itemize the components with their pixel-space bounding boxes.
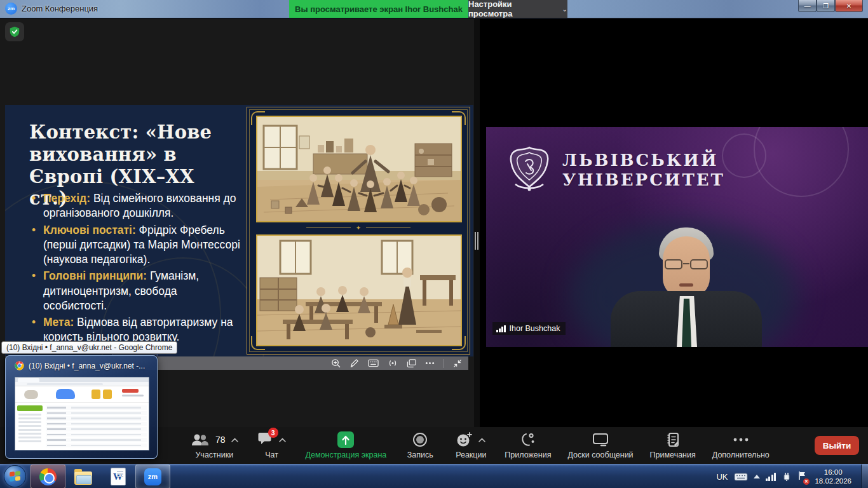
language-indicator[interactable]: UK: [716, 472, 728, 482]
preview-window-title: (10) Вхідні • f_anna_v@ukr.net -...: [29, 362, 145, 370]
view-options-dropdown[interactable]: Настройки просмотра ⌄: [468, 0, 567, 18]
thumbnail-compose-button: [17, 405, 43, 411]
university-logo: ЛЬВІВСЬКИЙ УНІВЕРСИТЕТ: [506, 145, 725, 196]
share-screen-icon: [337, 431, 354, 448]
windows-logo-icon: [10, 471, 20, 482]
view-options-label: Настройки просмотра: [468, 0, 557, 18]
keyboard-layout-icon[interactable]: [734, 472, 748, 481]
bullet-lead: Перехід:: [43, 192, 90, 205]
close-button[interactable]: ✕: [835, 0, 863, 12]
participant-name-tag: Ihor Bushchak: [492, 322, 566, 335]
slide-bullet: Ключові постаті: Фрідріх Фребель (перші …: [31, 223, 240, 268]
reactions-button[interactable]: Реакции: [454, 431, 488, 459]
system-tray: UK ✕: [716, 464, 807, 488]
zoom-in-icon[interactable]: [331, 358, 341, 368]
slide-bullet: Перехід: Від сімейного виховання до орга…: [31, 191, 240, 221]
notes-button[interactable]: Примечания: [650, 431, 696, 459]
share-screen-button[interactable]: Демонстрация экрана: [306, 431, 387, 459]
reactions-smiley-icon: [456, 432, 473, 447]
apps-button[interactable]: Приложения: [505, 431, 551, 459]
bullet-lead: Ключові постаті:: [43, 224, 136, 236]
broadcast-icon[interactable]: [388, 359, 398, 367]
thumbnail-address-bar: [15, 382, 149, 386]
apps-icon: [520, 432, 536, 447]
thumbnail-tab-strip: [15, 377, 149, 382]
more-button[interactable]: Дополнительно: [712, 431, 770, 459]
windows-taskbar: W zm UK ✕: [0, 464, 868, 488]
chrome-window-thumbnail[interactable]: [15, 377, 149, 451]
notes-icon: [667, 432, 679, 447]
chat-unread-badge: 3: [268, 428, 278, 438]
record-label: Запись: [407, 451, 433, 459]
glasses: [665, 259, 708, 271]
participant-name: Ihor Bushchak: [510, 324, 560, 333]
remote-control-keyboard-icon[interactable]: [368, 359, 379, 367]
whiteboard-icon: [592, 433, 609, 447]
share-screen-label: Демонстрация экрана: [306, 451, 387, 459]
collapse-panel-icon[interactable]: [453, 359, 462, 368]
start-button[interactable]: [4, 465, 26, 487]
slide-bullet: Мета: Відмова від авторитаризму на корис…: [31, 315, 240, 345]
window-title: Zoom Конференция: [22, 4, 98, 13]
thumbnail-mail-sidebar: [17, 405, 43, 449]
bullet-lead: Мета:: [43, 316, 74, 329]
taskbar-clock[interactable]: 16:00 18.02.2026: [815, 464, 851, 488]
participants-label: Участники: [195, 451, 233, 459]
speaker-portrait: [593, 203, 777, 347]
resize-grip-icon: [475, 232, 478, 250]
record-icon: [412, 432, 428, 447]
zoom-icon: zm: [144, 468, 161, 485]
more-options-icon[interactable]: [425, 362, 435, 365]
bullet-lead: Головні принципи:: [43, 269, 147, 282]
viewing-screen-banner: Вы просматриваете экран Ihor Bushchak: [289, 0, 468, 18]
chat-label: Чат: [265, 451, 278, 459]
whiteboards-button[interactable]: Доски сообщений: [567, 431, 633, 459]
show-desktop-button[interactable]: [861, 464, 868, 488]
show-hidden-icons-button[interactable]: [754, 475, 760, 478]
participants-button[interactable]: 78 Участники: [191, 431, 238, 459]
action-center-flag-icon[interactable]: ✕: [797, 471, 807, 483]
taskbar-word-button[interactable]: W: [100, 464, 135, 488]
speaker-mouth: [679, 283, 693, 287]
meeting-security-button[interactable]: [5, 22, 24, 41]
taskbar-tooltip: (10) Вхідні • f_anna_v@ukr.net - Google …: [1, 341, 177, 354]
clock-date: 18.02.2026: [815, 477, 851, 485]
multi-window-icon[interactable]: [407, 359, 416, 368]
leave-meeting-button[interactable]: Выйти: [815, 436, 859, 455]
slide-bullet-list: Перехід: Від сімейного виховання до орга…: [31, 191, 240, 347]
zoom-app-icon: zm: [5, 3, 17, 15]
chevron-up-icon[interactable]: [279, 438, 286, 442]
chrome-icon: [39, 468, 57, 485]
maximize-button[interactable]: ❐: [817, 0, 835, 12]
word-icon: W: [111, 468, 126, 485]
minimize-button[interactable]: —: [798, 0, 817, 12]
university-crest-icon: [506, 145, 552, 196]
taskbar-zoom-button[interactable]: zm: [135, 464, 170, 488]
participant-video-feed[interactable]: ЛЬВІВСЬКИЙ УНІВЕРСИТЕТ Ihor Bush: [486, 127, 868, 347]
taskbar-chrome-button[interactable]: [31, 464, 65, 488]
video-decor-ring: [722, 133, 766, 178]
power-plug-icon[interactable]: [782, 471, 792, 482]
zoom-meeting-window: zm Zoom Конференция Вы просматриваете эк…: [0, 0, 868, 488]
clock-time: 16:00: [824, 468, 843, 477]
thumbnail-mail-list: [46, 405, 147, 449]
chat-button[interactable]: 3 Чат: [255, 431, 289, 459]
thumbnail-ad-banner: [15, 386, 149, 403]
notes-label: Примечания: [650, 451, 696, 459]
froebel-kindergarten-illustration: [256, 116, 462, 222]
chevron-down-icon: ⌄: [562, 6, 567, 13]
apps-label: Приложения: [505, 451, 551, 459]
window-titlebar: zm Zoom Конференция Вы просматриваете эк…: [0, 0, 868, 19]
network-signal-icon[interactable]: [766, 473, 776, 481]
video-panel: ЛЬВІВСЬКИЙ УНІВЕРСИТЕТ Ihor Bush: [480, 19, 868, 427]
reactions-label: Реакции: [456, 451, 486, 459]
chrome-taskbar-preview[interactable]: (10) Вхідні • f_anna_v@ukr.net -...: [5, 355, 158, 459]
chevron-up-icon[interactable]: [478, 438, 485, 442]
shield-check-icon: [9, 26, 20, 37]
record-button[interactable]: Запись: [403, 431, 437, 459]
divider: [444, 359, 444, 368]
panel-resize-divider[interactable]: [474, 19, 480, 427]
taskbar-explorer-button[interactable]: [65, 464, 100, 488]
annotate-pen-icon[interactable]: [349, 358, 359, 368]
chevron-up-icon[interactable]: [231, 438, 238, 442]
